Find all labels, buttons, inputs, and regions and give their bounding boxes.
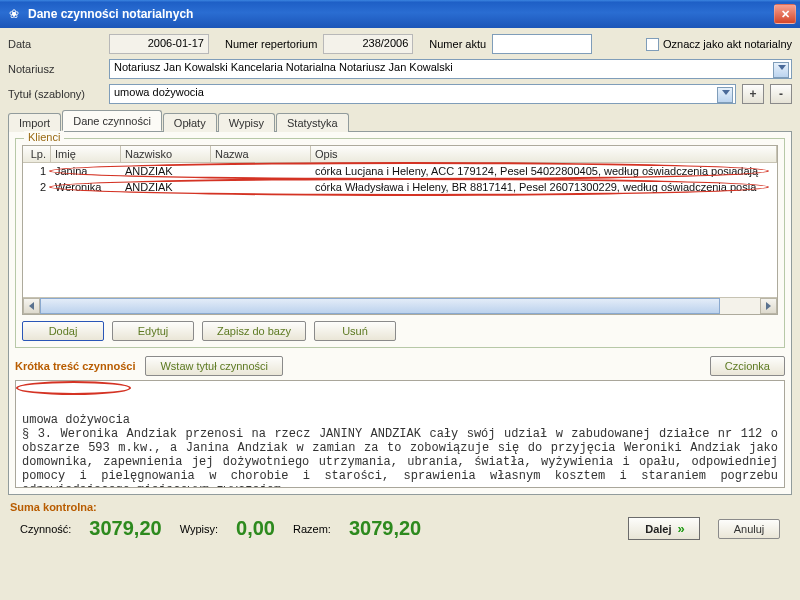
checkbox-label: Oznacz jako akt notarialny bbox=[663, 38, 792, 50]
clients-grid[interactable]: Lp. Imię Nazwisko Nazwa Opis 1 Janina AN… bbox=[22, 145, 778, 315]
app-icon: ❀ bbox=[6, 6, 22, 22]
cell: 2 bbox=[23, 180, 51, 194]
select-value: umowa dożywocia bbox=[114, 86, 204, 98]
label-notariusz: Notariusz bbox=[8, 63, 103, 75]
cell: córka Lucjana i Heleny, ACC 179124, Pese… bbox=[311, 164, 777, 178]
row-data: Data 2006-01-17 Numer repertorium 238/20… bbox=[8, 34, 792, 54]
label-numer-aktu: Numer aktu bbox=[429, 38, 486, 50]
horizontal-scrollbar[interactable] bbox=[23, 297, 777, 314]
tab-panel: Klienci Lp. Imię Nazwisko Nazwa Opis 1 J… bbox=[8, 131, 792, 495]
czcionka-button[interactable]: Czcionka bbox=[710, 356, 785, 376]
select-value: Notariusz Jan Kowalski Kancelaria Notari… bbox=[114, 61, 453, 73]
suma-section: Suma kontrolna: Czynność: 3079,20 Wypisy… bbox=[8, 501, 792, 546]
field-data[interactable]: 2006-01-17 bbox=[109, 34, 209, 54]
scroll-right-button[interactable] bbox=[760, 298, 777, 314]
cell bbox=[211, 170, 311, 172]
tabs: Import Dane czynności Opłaty Wypisy Stat… bbox=[8, 110, 792, 131]
edytuj-button[interactable]: Edytuj bbox=[112, 321, 194, 341]
table-row[interactable]: 2 Weronika ANDZIAK córka Władysława i He… bbox=[23, 179, 777, 195]
cell: Janina bbox=[51, 164, 121, 178]
tresc-text: umowa dożywocia § 3. Weronika Andziak pr… bbox=[22, 413, 778, 488]
titlebar: ❀ Dane czynności notarialnych ✕ bbox=[0, 0, 800, 28]
field-numer-aktu[interactable] bbox=[492, 34, 592, 54]
wypisy-value: 0,00 bbox=[236, 517, 275, 540]
wstaw-tytul-button[interactable]: Wstaw tytuł czynności bbox=[145, 356, 283, 376]
razem-label: Razem: bbox=[293, 523, 331, 535]
cell bbox=[211, 186, 311, 188]
tresc-title: Krótka treść czynności bbox=[15, 360, 135, 372]
chevron-down-icon bbox=[778, 65, 786, 70]
remove-template-button[interactable]: - bbox=[770, 84, 792, 104]
usun-button[interactable]: Usuń bbox=[314, 321, 396, 341]
group-title: Klienci bbox=[24, 131, 64, 143]
tab-import[interactable]: Import bbox=[8, 113, 61, 132]
czynnosc-label: Czynność: bbox=[20, 523, 71, 535]
scroll-track[interactable] bbox=[40, 298, 760, 314]
tab-statystyka[interactable]: Statystyka bbox=[276, 113, 349, 132]
scroll-thumb[interactable] bbox=[40, 298, 720, 314]
triangle-right-icon bbox=[766, 302, 771, 310]
triangle-left-icon bbox=[29, 302, 34, 310]
cell: 1 bbox=[23, 164, 51, 178]
field-numer-repertorium[interactable]: 238/2006 bbox=[323, 34, 413, 54]
tab-oplaty[interactable]: Opłaty bbox=[163, 113, 217, 132]
header-opis[interactable]: Opis bbox=[311, 146, 777, 162]
footer: Czynność: 3079,20 Wypisy: 0,00 Razem: 30… bbox=[10, 513, 790, 546]
anuluj-button[interactable]: Anuluj bbox=[718, 519, 780, 539]
scroll-left-button[interactable] bbox=[23, 298, 40, 314]
checkbox-icon bbox=[646, 38, 659, 51]
add-template-button[interactable]: + bbox=[742, 84, 764, 104]
header-nazwisko[interactable]: Nazwisko bbox=[121, 146, 211, 162]
select-notariusz[interactable]: Notariusz Jan Kowalski Kancelaria Notari… bbox=[109, 59, 792, 79]
tab-wypisy[interactable]: Wypisy bbox=[218, 113, 275, 132]
chevron-down-icon bbox=[722, 90, 730, 95]
wypisy-label: Wypisy: bbox=[180, 523, 218, 535]
grid-header: Lp. Imię Nazwisko Nazwa Opis bbox=[23, 146, 777, 163]
cell: Weronika bbox=[51, 180, 121, 194]
razem-value: 3079,20 bbox=[349, 517, 421, 540]
header-nazwa[interactable]: Nazwa bbox=[211, 146, 311, 162]
select-tytul[interactable]: umowa dożywocia bbox=[109, 84, 736, 104]
dalej-button[interactable]: Dalej » bbox=[628, 517, 700, 540]
cell: córka Władysława i Heleny, BR 8817141, P… bbox=[311, 180, 777, 194]
tresc-textarea[interactable]: umowa dożywocia § 3. Weronika Andziak pr… bbox=[15, 380, 785, 488]
row-notariusz: Notariusz Notariusz Jan Kowalski Kancela… bbox=[8, 59, 792, 79]
czynnosc-value: 3079,20 bbox=[89, 517, 161, 540]
close-button[interactable]: ✕ bbox=[774, 4, 796, 24]
suma-title: Suma kontrolna: bbox=[10, 501, 790, 513]
table-row[interactable]: 1 Janina ANDZIAK córka Lucjana i Heleny,… bbox=[23, 163, 777, 179]
label-data: Data bbox=[8, 38, 103, 50]
tresc-toolbar: Krótka treść czynności Wstaw tytuł czynn… bbox=[15, 356, 785, 376]
double-chevron-right-icon: » bbox=[678, 521, 683, 536]
label-tytul: Tytuł (szablony) bbox=[8, 88, 103, 100]
client-actions: Dodaj Edytuj Zapisz do bazy Usuń bbox=[22, 321, 778, 341]
header-lp[interactable]: Lp. bbox=[23, 146, 51, 162]
window-title: Dane czynności notarialnych bbox=[28, 7, 774, 21]
tab-dane-czynnosci[interactable]: Dane czynności bbox=[62, 110, 162, 131]
zapisz-button[interactable]: Zapisz do bazy bbox=[202, 321, 306, 341]
dalej-label: Dalej bbox=[645, 523, 671, 535]
annotation-ellipse bbox=[16, 381, 131, 395]
window-body: Data 2006-01-17 Numer repertorium 238/20… bbox=[0, 28, 800, 550]
dodaj-button[interactable]: Dodaj bbox=[22, 321, 104, 341]
cell: ANDZIAK bbox=[121, 180, 211, 194]
row-tytul: Tytuł (szablony) umowa dożywocia + - bbox=[8, 84, 792, 104]
label-numer-repertorium: Numer repertorium bbox=[225, 38, 317, 50]
cell: ANDZIAK bbox=[121, 164, 211, 178]
group-klienci: Klienci Lp. Imię Nazwisko Nazwa Opis 1 J… bbox=[15, 138, 785, 348]
header-imie[interactable]: Imię bbox=[51, 146, 121, 162]
checkbox-oznacz-akt[interactable]: Oznacz jako akt notarialny bbox=[646, 38, 792, 51]
